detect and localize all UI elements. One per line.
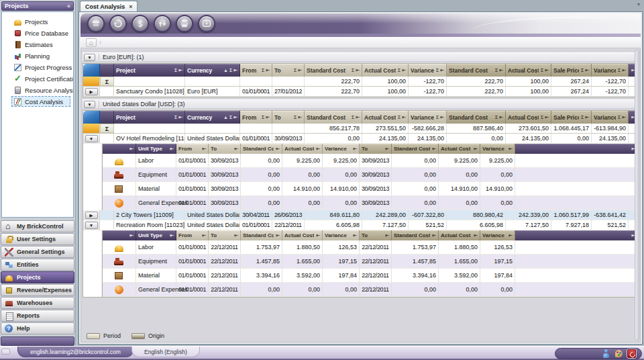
column-header-currency[interactable]: Currency▲ Σ ⇤ <box>185 111 240 124</box>
column-header-variance[interactable]: Variance⇤ <box>480 144 515 154</box>
sigma-column-header[interactable] <box>100 111 114 124</box>
tab-cost-analysis[interactable]: Cost Analysis × <box>80 1 138 11</box>
column-header-variance[interactable]: VarianceΣ ⇤ <box>592 64 629 77</box>
sidebar-item-estimates[interactable]: Estimates <box>11 39 70 50</box>
column-header-from[interactable]: FromΣ ⇤ <box>240 64 272 77</box>
column-header-variance[interactable]: Variance⇤ <box>480 230 515 240</box>
column-header-actual-cost[interactable]: Actual Cost⇤ <box>282 230 323 240</box>
accordion-item-my-brickcontrol[interactable]: My BrickControl <box>1 220 74 232</box>
column-header-to[interactable]: To⇤ <box>360 230 392 240</box>
column-header-from[interactable]: FromΣ ⇤ <box>240 111 272 124</box>
column-header-actual-cost[interactable]: Actual CostΣ ⇤ <box>362 64 409 77</box>
vertical-scrollbar[interactable] <box>635 50 639 341</box>
user-icon[interactable] <box>602 349 610 358</box>
unit-row[interactable]: Labor01/01/000130/09/20130,009.225,009.2… <box>103 154 637 168</box>
unit-row[interactable]: General Expenses01/01/000130/09/20130,00… <box>103 196 637 210</box>
sigma-column-header[interactable] <box>100 64 114 77</box>
expand-row-icon[interactable]: ▶ <box>85 88 98 95</box>
summary-row[interactable]: Σ856.217,78273.551,50-582.666,28887.586,… <box>83 124 636 134</box>
tab-close-icon[interactable]: × <box>129 3 132 10</box>
column-header-sale-price[interactable]: Sale PriceΣ ⇤ <box>551 64 592 77</box>
column-header-actual-cost[interactable]: Actual CostΣ ⇤ <box>506 111 551 124</box>
icon-column-header[interactable]: ⇤ <box>103 230 136 240</box>
column-header-variance[interactable]: Variance⇤ <box>323 230 360 240</box>
column-header-to[interactable]: To⇤ <box>360 144 392 154</box>
icon-column-header[interactable]: ⇤ <box>103 144 136 154</box>
row-marker-header[interactable] <box>83 111 100 124</box>
column-header-unit-type[interactable]: Unit Type⇤ <box>136 144 176 154</box>
project-row[interactable]: ▶2 City Towers [11009]United States Doll… <box>83 210 636 220</box>
column-header-standard-cost[interactable]: Standard Cost⇤ <box>392 144 439 154</box>
column-header-standard-cost[interactable]: Standard CostΣ ⇤ <box>305 64 362 77</box>
summary-row[interactable]: Σ222,70100,00-122,70222,70100,00267,24-1… <box>83 77 636 87</box>
unit-row[interactable]: General Expenses01/01/000122/12/20110,00… <box>103 283 637 297</box>
print-button[interactable] <box>176 15 193 32</box>
accordion-item-warehouses[interactable]: Warehouses <box>1 297 74 309</box>
group-expander-icon[interactable]: ▼ <box>84 101 95 108</box>
collapse-row-icon[interactable]: ▼ <box>85 135 98 142</box>
column-header-from[interactable]: From⇤ <box>176 144 209 154</box>
unit-row[interactable]: Material01/01/000130/09/20130,0014.910,0… <box>103 182 637 196</box>
theme-palette-icon[interactable] <box>614 349 623 358</box>
open-button[interactable] <box>87 15 105 32</box>
unit-row[interactable]: Labor01/01/000122/12/20111.753,971.880,5… <box>103 240 637 255</box>
sidebar-item-projects[interactable]: Projects <box>11 16 70 27</box>
sidebar-item-resource-analysis[interactable]: Resource Analysis <box>11 85 70 95</box>
column-header-to[interactable]: ToΣ ⇤ <box>272 111 305 124</box>
column-header-standard-cost[interactable]: Standard Cost⇤ <box>392 230 439 240</box>
column-header-actual-cost[interactable]: Actual CostΣ ⇤ <box>506 64 551 77</box>
column-header-variance[interactable]: VarianceΣ ⇤ <box>409 111 447 124</box>
column-header-standard-cost[interactable]: Standard Cost⇤ <box>241 230 282 240</box>
group-expander-icon[interactable]: ▼ <box>84 54 95 61</box>
column-header-sale-price[interactable]: Sale PriceΣ ⇤ <box>551 111 592 124</box>
column-header-standard-cost[interactable]: Standard CostΣ ⇤ <box>447 111 506 124</box>
header-filler[interactable]: ⇤ <box>515 230 637 240</box>
column-header-actual-cost[interactable]: Actual Cost⇤ <box>439 144 480 154</box>
unit-row[interactable]: Material01/01/000122/12/20113.394,163.59… <box>103 269 637 283</box>
accordion-item-help[interactable]: Help <box>1 322 74 334</box>
language-pill[interactable]: English (English) <box>131 347 200 357</box>
refresh-button[interactable] <box>109 15 127 32</box>
accordion-item-projects[interactable]: Projects <box>1 271 74 283</box>
unit-row[interactable]: Equipment01/01/000130/09/20130,000,000,0… <box>103 168 637 182</box>
export-button[interactable] <box>198 15 215 32</box>
accordion-item-reports[interactable]: Reports <box>1 310 74 322</box>
column-header-variance[interactable]: VarianceΣ ⇤ <box>409 64 447 77</box>
column-header-to[interactable]: To⇤ <box>209 144 241 154</box>
column-header-currency[interactable]: Currency▲ Σ ⇤ <box>185 64 240 77</box>
project-row[interactable]: ▶Sanctuary Condo [11028]Euro [EUR]01/01/… <box>83 87 636 97</box>
accordion-item-revenue-expenses[interactable]: Revenue/Expenses <box>1 284 74 296</box>
column-header-actual-cost[interactable]: Actual Cost⇤ <box>439 230 480 240</box>
column-header-actual-cost[interactable]: Actual Cost⇤ <box>282 144 323 154</box>
column-header-variance[interactable]: VarianceΣ ⇤ <box>592 111 629 124</box>
sidebar-item-project-progress[interactable]: Project Progress <box>11 62 70 73</box>
column-header-project[interactable]: ProjectΣ ⇤ <box>114 64 185 77</box>
sidebar-panel-header[interactable]: Projects « <box>1 1 74 11</box>
tab-list-caret-icon[interactable]: ▾ <box>637 1 640 7</box>
user-account-pill[interactable]: english.learning2@brickcontrol.com <box>17 347 133 357</box>
column-header-standard-cost[interactable]: Standard Cost⇤ <box>241 144 282 154</box>
sidebar-item-price-database[interactable]: Price Database <box>11 28 70 38</box>
column-header-unit-type[interactable]: Unit Type⇤ <box>136 230 176 240</box>
column-header-project[interactable]: ProjectΣ ⇤ <box>114 111 185 124</box>
sidebar-collapse-icon[interactable]: « <box>67 3 70 9</box>
column-header-standard-cost[interactable]: Standard CostΣ ⇤ <box>447 64 506 77</box>
column-header-variance[interactable]: Variance⇤ <box>323 144 360 154</box>
column-header-to[interactable]: To⇤ <box>209 230 241 240</box>
sidebar-item-project-certification[interactable]: Project Certification <box>11 73 70 84</box>
header-filler[interactable]: ⇤ <box>515 144 637 154</box>
accordion-item-general-settings[interactable]: General Settings <box>1 246 74 258</box>
expand-row-icon[interactable]: ▶ <box>85 212 98 219</box>
accordion-item-user-settings[interactable]: User Settings <box>1 233 74 245</box>
accordion-item-entities[interactable]: Entities <box>1 259 74 271</box>
home-icon[interactable]: ⌂ <box>86 38 97 47</box>
row-marker-header[interactable] <box>83 64 100 77</box>
column-header-actual-cost[interactable]: Actual CostΣ ⇤ <box>362 111 409 124</box>
column-header-from[interactable]: From⇤ <box>176 230 209 240</box>
sidebar-item-planning[interactable]: Planning <box>11 50 70 61</box>
currency-button[interactable]: $ <box>131 15 149 32</box>
collapse-row-icon[interactable]: ▼ <box>85 222 98 229</box>
column-header-standard-cost[interactable]: Standard CostΣ ⇤ <box>305 111 362 124</box>
logout-icon[interactable] <box>627 349 636 358</box>
project-row[interactable]: ▼Recreation Room [11023]United States Do… <box>83 220 636 230</box>
